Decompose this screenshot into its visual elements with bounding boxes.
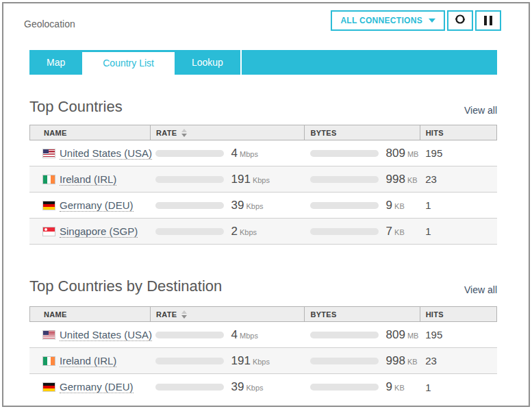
column-header-name: NAME	[30, 307, 150, 321]
rate-unit: Mbps	[240, 150, 258, 158]
rate-value: 4	[231, 328, 238, 341]
tab-country-list[interactable]: Country List	[82, 50, 175, 75]
bytes-unit: MB	[407, 332, 419, 340]
rate-unit: Kbps	[246, 384, 263, 392]
rate-value: 2	[231, 225, 238, 238]
bytes-bar-track	[310, 358, 379, 364]
rate-value: 191	[231, 354, 251, 367]
hits-value: 23	[420, 173, 497, 185]
ireland-flag-icon	[43, 175, 55, 184]
rate-unit: Kbps	[246, 202, 263, 210]
bytes-bar-track	[310, 150, 379, 157]
view-all-link[interactable]: View all	[464, 105, 497, 116]
country-link[interactable]: Ireland (IRL)	[60, 173, 116, 186]
bytes-unit: KB	[407, 358, 418, 366]
country-link[interactable]: United States (USA)	[60, 147, 152, 160]
rate-bar-track	[155, 358, 224, 364]
bytes-unit: KB	[394, 384, 405, 392]
country-link[interactable]: Singapore (SGP)	[60, 225, 138, 238]
germany-flag-icon	[43, 383, 55, 391]
us-flag-icon	[43, 331, 55, 339]
bytes-bar-track	[310, 202, 379, 209]
bytes-bar-track	[310, 384, 379, 391]
germany-flag-icon	[43, 201, 55, 210]
bytes-value: 998	[386, 173, 405, 186]
rate-bar-track	[155, 228, 224, 235]
toolbar: ALL CONNECTIONS	[331, 10, 501, 31]
view-all-link[interactable]: View all	[464, 284, 497, 295]
rate-value: 191	[231, 173, 251, 186]
rate-bar-track	[155, 150, 224, 157]
rate-value: 39	[231, 199, 244, 212]
rate-unit: Mbps	[240, 332, 258, 340]
singapore-flag-icon	[43, 227, 55, 236]
ireland-flag-icon	[43, 357, 55, 365]
tab-map[interactable]: Map	[29, 50, 82, 75]
table-row: Singapore (SGP) 2Kbps 7KB 1	[29, 219, 497, 245]
section-title: Top Countries	[29, 98, 123, 116]
topbar: Geolocation ALL CONNECTIONS	[24, 10, 501, 31]
rate-bar-track	[155, 332, 224, 338]
column-header-name: NAME	[30, 125, 150, 140]
country-link[interactable]: Germany (DEU)	[60, 199, 134, 212]
bytes-value: 809	[386, 147, 405, 160]
bytes-unit: MB	[407, 150, 419, 158]
rate-value: 39	[231, 380, 244, 393]
top-countries-table: NAME RATE BYTES HITS United States (USA)…	[29, 125, 497, 245]
table-row: Ireland (IRL) 191Kbps 998KB 23	[29, 348, 497, 374]
column-header-hits: HITS	[420, 125, 496, 140]
refresh-button[interactable]	[447, 10, 473, 31]
hits-value: 195	[420, 147, 497, 159]
us-flag-icon	[43, 149, 55, 158]
pause-button[interactable]	[475, 10, 501, 31]
table-header-row: NAME RATE BYTES HITS	[29, 125, 497, 140]
country-link[interactable]: United States (USA)	[60, 329, 152, 341]
rate-bar-track	[155, 176, 224, 183]
section-title: Top Countries by Destination	[29, 277, 222, 295]
rate-bar-track	[155, 202, 224, 209]
country-link[interactable]: Ireland (IRL)	[60, 355, 116, 367]
bytes-value: 809	[386, 328, 405, 341]
table-row: Ireland (IRL) 191Kbps 998KB 23	[29, 166, 497, 193]
rate-unit: Kbps	[240, 228, 257, 236]
pause-icon	[484, 16, 492, 25]
hits-value: 23	[420, 355, 497, 367]
refresh-icon	[454, 13, 466, 28]
rate-bar-track	[155, 384, 224, 391]
all-connections-dropdown[interactable]: ALL CONNECTIONS	[331, 10, 445, 31]
table-row: Germany (DEU) 39Kbps 9KB 1	[29, 193, 497, 219]
bytes-value: 7	[386, 225, 392, 238]
column-header-rate[interactable]: RATE	[150, 307, 304, 321]
rate-unit: Kbps	[253, 358, 270, 366]
column-header-rate[interactable]: RATE	[150, 125, 304, 140]
bytes-bar-track	[310, 176, 379, 183]
page-title: Geolocation	[24, 10, 75, 29]
country-link[interactable]: Germany (DEU)	[60, 381, 134, 393]
bytes-unit: KB	[394, 202, 405, 210]
bytes-value: 9	[386, 199, 392, 212]
bytes-value: 998	[386, 354, 405, 367]
top-countries-by-destination-table: NAME RATE BYTES HITS United States (USA)…	[29, 306, 497, 400]
table-header-row: NAME RATE BYTES HITS	[29, 306, 497, 322]
app-frame: Geolocation ALL CONNECTIONS	[2, 2, 530, 407]
bytes-bar-track	[310, 228, 379, 235]
column-header-bytes: BYTES	[304, 307, 419, 321]
table-row: Germany (DEU) 39Kbps 9KB 1	[29, 374, 497, 400]
bytes-bar-track	[310, 332, 379, 338]
rate-unit: Kbps	[253, 176, 270, 184]
table-row: United States (USA) 4Mbps 809MB 195	[29, 140, 497, 166]
rate-header-label: RATE	[156, 129, 177, 137]
column-header-bytes: BYTES	[304, 125, 419, 140]
hits-value: 1	[420, 225, 497, 237]
tab-bar: Map Country List Lookup	[29, 50, 497, 75]
chevron-down-icon	[429, 18, 435, 23]
bytes-value: 9	[386, 380, 392, 393]
tab-lookup[interactable]: Lookup	[175, 50, 242, 75]
rate-value: 4	[231, 147, 238, 160]
sort-icon[interactable]	[181, 129, 187, 137]
sort-icon[interactable]	[181, 310, 187, 319]
column-header-hits: HITS	[420, 307, 496, 321]
top-countries-by-destination-header: Top Countries by Destination View all	[29, 277, 497, 295]
rate-header-label: RATE	[156, 310, 177, 319]
hits-value: 195	[420, 329, 497, 340]
